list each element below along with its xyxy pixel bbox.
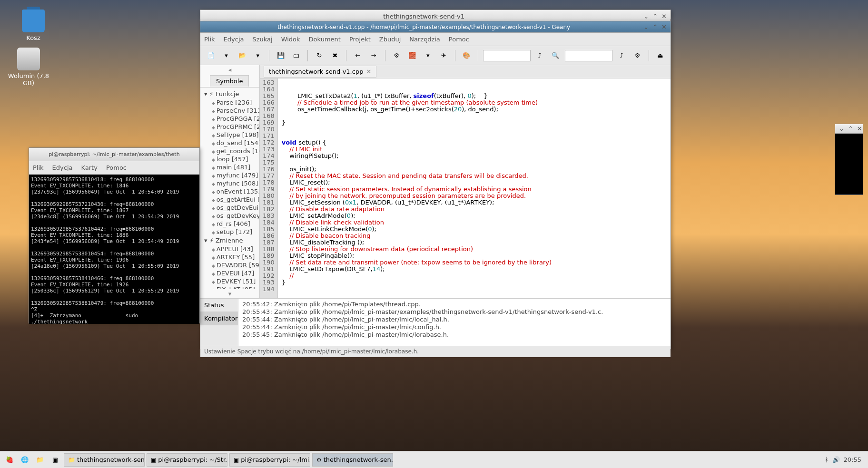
menu-pomoc[interactable]: Pomoc bbox=[449, 36, 469, 43]
new-file-button[interactable]: 📄 bbox=[204, 49, 217, 62]
menu-widok[interactable]: Widok bbox=[281, 36, 300, 43]
dropdown-icon[interactable]: ▾ bbox=[251, 49, 264, 62]
symbol-item[interactable]: main [481] bbox=[200, 163, 259, 171]
editor-tab[interactable]: thethingsnetwork-send-v1.cpp ✕ bbox=[264, 66, 376, 78]
desktop-volume[interactable]: Wolumin (7,8 GB) bbox=[5, 48, 52, 87]
terminal-icon[interactable]: ▣ bbox=[49, 453, 62, 467]
symbol-group-functions[interactable]: ▾ ⚡ Funkcje bbox=[200, 89, 259, 98]
sidebar-scroll-down[interactable]: ▾ bbox=[200, 289, 259, 298]
build-button[interactable]: 🧱 bbox=[406, 49, 419, 62]
menu-karty[interactable]: Karty bbox=[81, 164, 97, 171]
open-button[interactable]: 📂 bbox=[236, 49, 248, 62]
code-editor[interactable]: 1631641651661671681691701711721731741751… bbox=[260, 78, 671, 298]
message-line: 20:55:44: Zamknięto plik /home/pi/lmic_p… bbox=[242, 316, 667, 323]
preferences-button[interactable]: ⚙ bbox=[631, 49, 644, 62]
task-button[interactable]: 📁 thethingsnetwork-sen... bbox=[64, 453, 145, 467]
goto-line-button[interactable]: ⤴ bbox=[533, 49, 546, 62]
compile-button[interactable]: ⚙ bbox=[390, 49, 403, 62]
geany-title: thethingsnetwork-send-v1.cpp - /home/pi/… bbox=[204, 24, 643, 30]
quit-button[interactable]: ⏏ bbox=[654, 49, 667, 62]
menu-plik[interactable]: Plik bbox=[204, 36, 215, 43]
symbol-item[interactable]: loop [457] bbox=[200, 155, 259, 163]
dropdown-icon[interactable]: ▾ bbox=[422, 49, 434, 62]
browser-icon[interactable]: 🌐 bbox=[18, 453, 31, 467]
terminal-content[interactable]: 132693059298575368104l8: freq=868100000 … bbox=[29, 175, 199, 324]
symbol-item[interactable]: onEvent [135] bbox=[200, 187, 259, 195]
symbols-tab[interactable]: Symbole bbox=[210, 75, 249, 87]
maximize-icon[interactable]: ⌃ bbox=[848, 125, 853, 132]
symbol-item[interactable]: get_coords [106] bbox=[200, 147, 259, 155]
menu-edycja[interactable]: Edycja bbox=[52, 164, 73, 171]
search-input[interactable] bbox=[565, 50, 612, 61]
search-go-button[interactable]: ⤴ bbox=[615, 49, 628, 62]
task-button[interactable]: ▣ pi@raspberrypi: ~/Str... bbox=[147, 453, 227, 467]
symbol-item[interactable]: myfunc [479] bbox=[200, 171, 259, 179]
close-icon[interactable]: ✕ bbox=[661, 23, 667, 30]
symbol-item[interactable]: SelType [198] bbox=[200, 131, 259, 139]
symbol-item[interactable]: ParseCnv [311] bbox=[200, 107, 259, 115]
desktop-trash[interactable]: Kosz bbox=[10, 10, 57, 41]
geany-titlebar[interactable]: thethingsnetwork-send-v1.cpp - /home/pi/… bbox=[200, 21, 671, 33]
symbol-item[interactable]: DEVKEY [51] bbox=[200, 277, 259, 285]
symbol-item[interactable]: os_getArtEui [62] bbox=[200, 195, 259, 204]
terminal-window: pi@raspberrypi: ~/lmic_pi-master/example… bbox=[29, 147, 200, 323]
symbol-item[interactable]: rd_rs [406] bbox=[200, 220, 259, 228]
symbol-item[interactable]: os_getDevKey [64] bbox=[200, 212, 259, 220]
symbol-item[interactable]: DEVEUI [47] bbox=[200, 269, 259, 277]
save-button[interactable]: 💾 bbox=[274, 49, 287, 62]
menu-edycja[interactable]: Edycja bbox=[224, 36, 244, 43]
symbol-item[interactable]: Parse [236] bbox=[200, 98, 259, 107]
symbol-item[interactable]: setup [172] bbox=[200, 228, 259, 236]
start-menu-button[interactable]: 🍓 bbox=[3, 453, 16, 467]
back-button[interactable]: ← bbox=[351, 49, 364, 62]
search-button[interactable]: 🔍 bbox=[549, 49, 562, 62]
save-all-button[interactable]: 🗃 bbox=[290, 49, 303, 62]
close-icon[interactable]: ✕ bbox=[661, 13, 667, 20]
reload-button[interactable]: ↻ bbox=[313, 49, 326, 62]
filemanager-window[interactable]: thethingsnetwork-send-v1 ⌄ ⌃ ✕ bbox=[200, 10, 671, 19]
task-button[interactable]: ⚙ thethingsnetwork-sen... bbox=[312, 453, 393, 467]
color-button[interactable]: 🎨 bbox=[460, 49, 473, 62]
symbol-item[interactable]: ProcGPGGA [275] bbox=[200, 115, 259, 123]
symbol-item[interactable]: os_getDevEui [60] bbox=[200, 204, 259, 212]
minimize-icon[interactable]: ⌄ bbox=[643, 23, 649, 30]
bluetooth-icon[interactable]: ᚼ bbox=[825, 456, 829, 463]
symbol-item[interactable]: DEVADDR [59] bbox=[200, 261, 259, 269]
menu-szukaj[interactable]: Szukaj bbox=[252, 36, 272, 43]
task-button[interactable]: ▣ pi@raspberrypi: ~/lmi... bbox=[229, 453, 310, 467]
symbol-item[interactable]: ProcGPRMC [258] bbox=[200, 123, 259, 131]
sidebar-scroll-left[interactable]: ◂ bbox=[200, 65, 259, 74]
menu-pomoc[interactable]: Pomoc bbox=[106, 164, 127, 171]
filemanager-icon[interactable]: 📁 bbox=[33, 453, 47, 467]
menu-projekt[interactable]: Projekt bbox=[349, 36, 371, 43]
maximize-icon[interactable]: ⌃ bbox=[652, 13, 658, 20]
menu-zbuduj[interactable]: Zbuduj bbox=[379, 36, 401, 43]
close-file-button[interactable]: ✖ bbox=[328, 49, 341, 62]
symbol-item[interactable]: ARTKEY [55] bbox=[200, 253, 259, 261]
menu-plik[interactable]: Plik bbox=[33, 164, 44, 171]
message-line: 20:55:44: Zamknięto plik /home/pi/lmic_p… bbox=[242, 323, 667, 331]
symbol-item[interactable]: FIX_LAT [95] bbox=[200, 285, 259, 289]
symbol-item[interactable]: myfunc [508] bbox=[200, 179, 259, 187]
run-button[interactable]: ✈ bbox=[437, 49, 450, 62]
symbol-item[interactable]: do_send [154] bbox=[200, 139, 259, 147]
dropdown-icon[interactable]: ▾ bbox=[220, 49, 233, 62]
clock[interactable]: 20:55 bbox=[844, 456, 861, 463]
background-terminal-window[interactable]: ⌄ ⌃ ✕ bbox=[835, 124, 863, 195]
terminal-menubar: PlikEdycjaKartyPomoc bbox=[29, 161, 199, 175]
message-line: 20:55:42: Zamknięto plik /home/pi/Templa… bbox=[242, 301, 667, 308]
forward-button[interactable]: → bbox=[367, 49, 380, 62]
close-icon[interactable]: ✕ bbox=[857, 125, 862, 132]
minimize-icon[interactable]: ⌄ bbox=[643, 13, 649, 20]
menu-dokument[interactable]: Dokument bbox=[309, 36, 341, 43]
symbol-item[interactable]: APPEUI [43] bbox=[200, 245, 259, 253]
volume-icon[interactable]: 🔊 bbox=[832, 456, 840, 463]
maximize-icon[interactable]: ⌃ bbox=[652, 23, 658, 30]
tab-close-icon[interactable]: ✕ bbox=[366, 68, 371, 75]
menu-narzędzia[interactable]: Narzędzia bbox=[409, 36, 440, 43]
kompilator-tab[interactable]: Kompilator bbox=[200, 312, 238, 325]
minimize-icon[interactable]: ⌄ bbox=[839, 125, 844, 132]
status-tab[interactable]: Status bbox=[200, 299, 238, 312]
goto-line-input[interactable] bbox=[483, 50, 531, 61]
symbol-group-variables[interactable]: ▾ ⚡ Zmienne bbox=[200, 236, 259, 245]
